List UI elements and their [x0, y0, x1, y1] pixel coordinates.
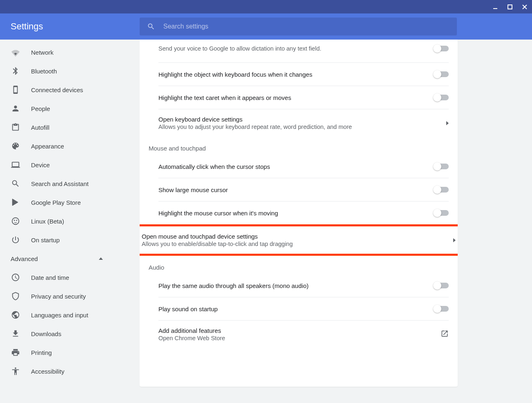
sidebar-advanced-toggle[interactable]: Advanced: [0, 249, 140, 268]
setting-caret-highlight[interactable]: Highlight the text caret when it appears…: [140, 86, 458, 109]
toggle-caret-highlight[interactable]: [434, 95, 449, 100]
toggle-startup-sound[interactable]: [434, 306, 449, 312]
app-title: Settings: [0, 21, 140, 32]
setting-large-cursor[interactable]: Show large mouse cursor: [140, 178, 458, 201]
setting-subtitle: Allows you to enable/disable tap-to-clic…: [142, 241, 293, 247]
close-button[interactable]: [521, 3, 529, 11]
sidebar-item-label: Printing: [31, 349, 52, 356]
sidebar-item-accessibility[interactable]: Accessibility: [0, 362, 140, 381]
power-icon: [11, 235, 20, 245]
toggle-dictation[interactable]: [434, 46, 449, 51]
clock-icon: [11, 272, 20, 282]
setting-dictation[interactable]: Send your voice to Google to allow dicta…: [140, 40, 458, 62]
main-content: Send your voice to Google to allow dicta…: [140, 40, 532, 403]
minimize-button[interactable]: [491, 3, 499, 11]
setting-title: Automatically click when the cursor stop…: [158, 163, 270, 170]
sidebar-item-label: Autofill: [31, 124, 49, 131]
annotation-highlight: Open mouse and touchpad device settings …: [140, 224, 458, 256]
toggle-cursor-highlight[interactable]: [434, 210, 449, 216]
sidebar-item-device[interactable]: Device: [0, 155, 140, 174]
sidebar-item-label: Network: [31, 49, 53, 56]
app-header: Settings: [0, 13, 532, 40]
sidebar-item-search-assistant[interactable]: Search and Assistant: [0, 174, 140, 193]
setting-title: Play sound on startup: [158, 306, 218, 312]
svg-point-4: [12, 218, 19, 225]
phone-icon: [11, 85, 20, 95]
setting-title: Highlight the text caret when it appears…: [158, 94, 291, 101]
play-store-icon: [11, 197, 20, 207]
sidebar-item-printing[interactable]: Printing: [0, 343, 140, 362]
sidebar-item-downloads[interactable]: Downloads: [0, 324, 140, 343]
setting-title: Highlight the object with keyboard focus…: [158, 71, 312, 78]
setting-title: Open mouse and touchpad device settings: [142, 233, 293, 240]
accessibility-icon: [11, 366, 20, 376]
sidebar-item-label: Connected devices: [31, 86, 83, 93]
printer-icon: [11, 348, 20, 357]
toggle-auto-click[interactable]: [434, 164, 449, 169]
open-mouse-settings[interactable]: Open mouse and touchpad device settings …: [142, 226, 456, 254]
setting-title: Highlight the mouse cursor when it's mov…: [158, 210, 278, 217]
sidebar-item-label: Date and time: [31, 274, 69, 281]
laptop-icon: [11, 160, 20, 170]
external-link-icon: [441, 330, 449, 339]
sidebar-item-network[interactable]: Network: [0, 43, 140, 62]
sidebar-item-startup[interactable]: On startup: [0, 230, 140, 249]
sidebar-item-appearance[interactable]: Appearance: [0, 137, 140, 155]
sidebar-item-label: Linux (Beta): [31, 218, 64, 225]
wifi-icon: [11, 47, 20, 57]
search-icon: [147, 22, 155, 31]
clipboard-icon: [11, 122, 20, 132]
search-icon: [11, 179, 20, 188]
sidebar-item-languages[interactable]: Languages and input: [0, 306, 140, 324]
setting-focus-highlight[interactable]: Highlight the object with keyboard focus…: [140, 63, 458, 86]
sidebar-item-label: Appearance: [31, 143, 64, 150]
setting-auto-click[interactable]: Automatically click when the cursor stop…: [140, 155, 458, 178]
sidebar-item-privacy[interactable]: Privacy and security: [0, 287, 140, 306]
chevron-up-icon: [99, 257, 103, 260]
setting-title: Open keyboard device settings: [158, 116, 352, 123]
palette-icon: [11, 141, 20, 151]
shield-icon: [11, 291, 20, 301]
open-chrome-web-store[interactable]: Add additional features Open Chrome Web …: [140, 321, 458, 348]
person-icon: [11, 104, 20, 113]
sidebar-item-bluetooth[interactable]: Bluetooth: [0, 62, 140, 80]
chevron-right-icon: [453, 238, 456, 242]
bluetooth-icon: [11, 66, 20, 76]
sidebar-item-people[interactable]: People: [0, 99, 140, 118]
sidebar-item-label: Accessibility: [31, 368, 65, 375]
sidebar-item-date-time[interactable]: Date and time: [0, 268, 140, 287]
sidebar-item-linux[interactable]: Linux (Beta): [0, 212, 140, 230]
svg-point-5: [14, 220, 15, 221]
sidebar-item-label: Google Play Store: [31, 199, 81, 206]
open-keyboard-settings[interactable]: Open keyboard device settings Allows you…: [140, 109, 458, 137]
setting-title: Play the same audio through all speakers…: [158, 282, 309, 289]
search-input[interactable]: [163, 23, 450, 30]
sidebar-item-play-store[interactable]: Google Play Store: [0, 193, 140, 212]
toggle-large-cursor[interactable]: [434, 187, 449, 193]
download-icon: [11, 329, 20, 339]
setting-subtitle: Send your voice to Google to allow dicta…: [158, 45, 321, 52]
toggle-focus-highlight[interactable]: [434, 71, 449, 77]
chevron-right-icon: [446, 121, 449, 125]
sidebar-item-connected-devices[interactable]: Connected devices: [0, 80, 140, 99]
setting-subtitle: Allows you to adjust your keyboard repea…: [158, 124, 352, 130]
setting-cursor-highlight[interactable]: Highlight the mouse cursor when it's mov…: [140, 202, 458, 224]
settings-card: Send your voice to Google to allow dicta…: [140, 40, 458, 387]
sidebar-item-label: Privacy and security: [31, 293, 86, 300]
section-heading-audio: Audio: [140, 256, 458, 274]
sidebar-item-label: Device: [31, 162, 50, 168]
sidebar-item-label: People: [31, 105, 50, 112]
maximize-button[interactable]: [506, 3, 514, 11]
setting-startup-sound[interactable]: Play sound on startup: [140, 297, 458, 320]
svg-rect-1: [508, 5, 512, 9]
setting-mono-audio[interactable]: Play the same audio through all speakers…: [140, 274, 458, 297]
sidebar-item-label: On startup: [31, 237, 60, 244]
globe-icon: [11, 310, 20, 320]
setting-title: Show large mouse cursor: [158, 186, 228, 193]
section-heading-mouse: Mouse and touchpad: [140, 137, 458, 155]
toggle-mono-audio[interactable]: [434, 283, 449, 288]
window-titlebar: [0, 0, 532, 13]
linux-icon: [11, 216, 20, 226]
sidebar-item-autofill[interactable]: Autofill: [0, 118, 140, 137]
search-field-wrap[interactable]: [140, 18, 457, 35]
